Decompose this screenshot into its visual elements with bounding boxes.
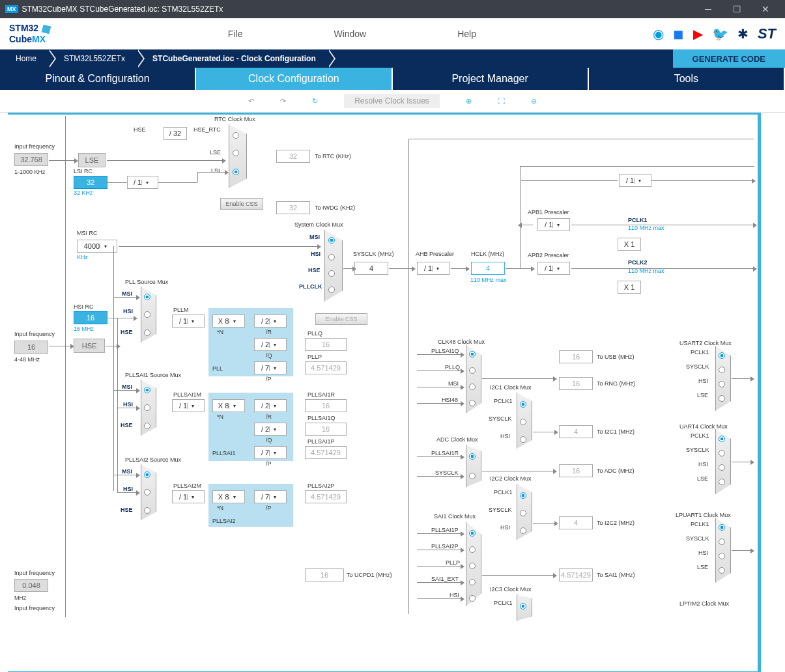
youtube-icon[interactable]: ▶ xyxy=(693,26,703,42)
resolve-button[interactable]: Resolve Clock Issues xyxy=(344,94,440,108)
pllsai2-n-dropdown[interactable]: X 8▾ xyxy=(212,490,245,503)
i2c2-hsi[interactable] xyxy=(520,527,526,534)
i2c1-pclk1[interactable] xyxy=(520,401,526,408)
crumb-home[interactable]: Home xyxy=(0,49,48,68)
clk48-msi[interactable] xyxy=(469,384,476,390)
pll-src-msi[interactable] xyxy=(144,294,150,300)
pll-r-dropdown[interactable]: / 2▾ xyxy=(254,315,287,328)
refresh-icon[interactable]: ↻ xyxy=(312,97,318,105)
tab-pinout[interactable]: Pinout & Configuration xyxy=(0,68,196,90)
community-icon[interactable]: ✱ xyxy=(737,26,749,42)
uart4-hsi[interactable] xyxy=(719,464,725,471)
i2c3-pclk1[interactable] xyxy=(520,603,526,609)
tab-tools[interactable]: Tools xyxy=(589,68,785,90)
undo-icon[interactable]: ↶ xyxy=(248,97,254,105)
uart4-sysclk[interactable] xyxy=(719,450,725,456)
uart4-lse[interactable] xyxy=(719,479,725,485)
usart2-lse[interactable] xyxy=(719,395,725,402)
sai1-pllsai1p[interactable] xyxy=(469,530,476,537)
pllsai1-r-dropdown[interactable]: / 2▾ xyxy=(254,399,287,412)
apb2-dropdown[interactable]: / 1▾ xyxy=(537,262,570,275)
twitter-icon[interactable]: 🐦 xyxy=(712,26,728,42)
lse-freq-input[interactable]: 32.768 xyxy=(14,153,48,166)
msi-value-dropdown[interactable]: 4000▾ xyxy=(77,240,117,253)
hse-freq-input[interactable]: 16 xyxy=(14,341,48,354)
lsi-div-dropdown[interactable]: / 1▾ xyxy=(127,176,158,189)
i2c2-sysclk[interactable] xyxy=(520,510,526,516)
uart4-pclk1[interactable] xyxy=(719,436,725,442)
pllsai1-q-dropdown[interactable]: / 2▾ xyxy=(254,423,287,436)
pllsai2-p-dropdown[interactable]: / 7▾ xyxy=(254,490,287,503)
menu-file[interactable]: File xyxy=(228,29,243,39)
apb-top-dropdown[interactable]: / 1▾ xyxy=(619,174,651,187)
pll-src-hsi[interactable] xyxy=(144,311,150,318)
apb1-dropdown[interactable]: / 1▾ xyxy=(537,218,570,231)
clk48-hsi48[interactable] xyxy=(469,400,476,406)
pllsai1-n-dropdown[interactable]: X 8▾ xyxy=(212,399,245,412)
ucp-freq-input[interactable]: 0.048 xyxy=(14,579,48,592)
rtc-mux-lse[interactable] xyxy=(233,150,239,156)
sys-mux-hse[interactable] xyxy=(328,270,335,277)
sys-mux-msi[interactable] xyxy=(328,237,335,244)
pll-src-hse[interactable] xyxy=(144,329,150,336)
zoom-in-icon[interactable]: ⊕ xyxy=(466,97,472,105)
sai1-pllp[interactable] xyxy=(469,563,476,569)
redo-icon[interactable]: ↷ xyxy=(280,97,286,105)
sys-mux-hsi[interactable] xyxy=(328,254,335,260)
clock-diagram[interactable]: Input frequency 32.768 1-1000 KHz LSE LS… xyxy=(0,113,769,672)
clk48-pllq[interactable] xyxy=(469,367,476,374)
sys-mux-pllclk[interactable] xyxy=(328,287,335,293)
sai2-src-msi[interactable] xyxy=(144,471,150,478)
i2c1-hsi[interactable] xyxy=(520,436,526,443)
sai1-hsi[interactable] xyxy=(469,595,476,602)
sai1-ext[interactable] xyxy=(469,579,476,585)
usart2-hsi[interactable] xyxy=(719,381,725,387)
badge-icon[interactable]: ◉ xyxy=(653,26,664,42)
usart2-pclk1[interactable] xyxy=(719,352,725,359)
rtc-mux-lsi[interactable] xyxy=(233,169,239,175)
i2c2-pclk1[interactable] xyxy=(520,492,526,499)
enable-css-rtc[interactable]: Enable CSS xyxy=(220,198,263,210)
clk48-pllsai1q[interactable] xyxy=(469,351,476,357)
crumb-chip[interactable]: STM32L552ZETx xyxy=(48,49,137,68)
generate-code-button[interactable]: GENERATE CODE xyxy=(673,49,785,68)
sai2-src-hsi[interactable] xyxy=(144,489,150,496)
pllsai2m-dropdown[interactable]: / 1▾ xyxy=(172,490,205,503)
tab-project[interactable]: Project Manager xyxy=(393,68,589,90)
tab-clock[interactable]: Clock Configuration xyxy=(196,68,392,90)
lpuart1-hsi[interactable] xyxy=(719,553,725,559)
menu-help[interactable]: Help xyxy=(457,29,476,39)
maximize-button[interactable]: ☐ xyxy=(722,4,751,14)
pll-n-dropdown[interactable]: X 8▾ xyxy=(212,315,245,328)
sai1-src-hse[interactable] xyxy=(144,423,150,429)
pllsai1-p-dropdown[interactable]: / 7▾ xyxy=(254,446,287,459)
hclk-value[interactable]: 4 xyxy=(471,262,505,275)
zoom-out-icon[interactable]: ⊖ xyxy=(531,97,537,105)
close-button[interactable]: ✕ xyxy=(751,4,780,14)
lpuart1-lse[interactable] xyxy=(719,567,725,574)
adc-pllsai1r[interactable] xyxy=(469,453,476,460)
sai1-pllsai2p[interactable] xyxy=(469,546,476,553)
pll-p-dropdown[interactable]: / 7▾ xyxy=(254,361,287,374)
st-logo-icon[interactable]: ST xyxy=(758,25,776,42)
lpuart1-pclk1[interactable] xyxy=(719,524,725,531)
minimize-button[interactable]: ─ xyxy=(694,4,722,14)
pllm-dropdown[interactable]: / 1▾ xyxy=(172,315,205,328)
pllsai1m-dropdown[interactable]: / 1▾ xyxy=(172,399,205,412)
sai1-src-hsi[interactable] xyxy=(144,404,150,411)
facebook-icon[interactable]: ◼ xyxy=(673,26,684,42)
i2c1-sysclk[interactable] xyxy=(520,419,526,425)
sai1-src-msi[interactable] xyxy=(144,387,150,393)
adc-mux[interactable] xyxy=(466,445,481,487)
ahb-dropdown[interactable]: / 1▾ xyxy=(417,262,450,275)
pll-q-dropdown[interactable]: / 2▾ xyxy=(254,338,287,351)
fit-icon[interactable]: ⛶ xyxy=(498,97,505,105)
enable-css-sys[interactable]: Enable CSS xyxy=(315,313,367,325)
lpuart1-sysclk[interactable] xyxy=(719,539,725,545)
adc-sysclk[interactable] xyxy=(469,473,476,479)
usart2-sysclk[interactable] xyxy=(719,367,725,373)
rtc-mux-hse[interactable] xyxy=(233,132,239,139)
sai2-src-hse[interactable] xyxy=(144,507,150,514)
crumb-file[interactable]: STCubeGenerated.ioc - Clock Configuratio… xyxy=(137,49,328,68)
menu-window[interactable]: Window xyxy=(334,29,366,39)
